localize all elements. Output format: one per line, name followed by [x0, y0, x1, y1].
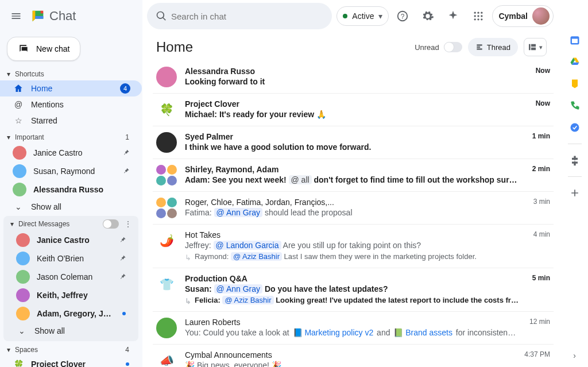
sidebar-item-label: Janice Castro — [33, 147, 115, 159]
section-direct-messages: ▾ Direct Messages ⋮ Janice CastroKeith O… — [3, 216, 138, 341]
svg-point-6 — [478, 15, 479, 17]
new-chat-button[interactable]: New chat — [7, 37, 80, 61]
conversation-row[interactable]: Syed PalmerI think we have a good soluti… — [153, 126, 554, 159]
svg-point-7 — [481, 15, 483, 17]
reply-arrow-icon: ↳ — [185, 253, 191, 262]
addons-icon[interactable] — [569, 154, 581, 166]
apps-grid-icon[interactable] — [467, 5, 490, 28]
conversation-time: 4:37 PM — [520, 350, 550, 367]
sidebar-item[interactable]: Alessandra Russo — [0, 180, 142, 199]
conversation-avatar — [156, 67, 177, 87]
important-show-all[interactable]: ⌄ Show all — [0, 199, 142, 215]
conversation-preview: Susan: @ Ann Gray Do you have the latest… — [185, 284, 520, 293]
conversation-row[interactable]: Shirley, Raymond, AdamAdam: See you next… — [153, 159, 554, 192]
section-spaces-header[interactable]: ▾ Spaces 4 — [0, 342, 142, 356]
mention: @ Aziz Bashir — [222, 296, 273, 304]
sidebar-item[interactable]: 🍀Project Clover — [0, 356, 142, 367]
thread-filter[interactable]: Thread — [468, 38, 518, 56]
conversation-row[interactable]: 🌶️Hot TakesJeffrey: @ Landon Garcia Are … — [153, 225, 554, 268]
pin-icon — [122, 167, 136, 175]
sidebar-item[interactable]: Janice Castro — [3, 231, 138, 249]
nav-mentions[interactable]: @ Mentions — [0, 96, 142, 113]
file-chip[interactable]: 📘 Marketing policy v2 — [292, 328, 375, 337]
collapse-rail-icon[interactable]: › — [573, 351, 576, 367]
svg-text:?: ? — [401, 13, 405, 21]
conversation-body: Lauren RobertsYou: Could you take a look… — [185, 318, 517, 338]
unread-dot-icon — [122, 312, 126, 315]
unread-toggle[interactable]: Unread — [415, 42, 462, 52]
search-box[interactable] — [147, 3, 332, 29]
calendar-icon[interactable] — [569, 34, 581, 46]
svg-point-5 — [474, 15, 476, 17]
conversation-avatar — [156, 318, 177, 338]
sidebar-item-label: Keith, Jeffrey — [37, 289, 133, 301]
conversation-time: 12 min — [525, 318, 550, 338]
menu-icon[interactable] — [5, 5, 28, 28]
star-icon: ☆ — [13, 115, 24, 126]
sidebar-header: Chat — [0, 0, 142, 32]
sidebar-item[interactable]: Janice Castro — [0, 144, 142, 162]
svg-point-13 — [570, 123, 579, 132]
section-dm-header[interactable]: ▾ Direct Messages ⋮ — [3, 216, 138, 231]
conversation-body: Cymbal Announcements🎉 Big news, everyone… — [185, 350, 512, 367]
conversation-avatar: 🌶️ — [156, 230, 177, 251]
sidebar-item-label: Jason Coleman — [37, 271, 112, 283]
dm-toggle[interactable] — [103, 219, 119, 229]
view-options[interactable]: ▾ — [524, 38, 547, 56]
separator — [568, 144, 582, 144]
mention: @ Landon Garcia — [214, 241, 281, 250]
conversation-preview: Michael: It's ready for your review 🙏 — [185, 110, 523, 119]
plus-icon[interactable] — [569, 187, 581, 199]
chevron-down-icon: ▾ — [378, 11, 382, 21]
sidebar-item[interactable]: Keith O'Brien — [3, 249, 138, 268]
sidebar-item[interactable]: Susan, Raymond — [0, 162, 142, 180]
conversation-row[interactable]: 🍀Project CloverMichael: It's ready for y… — [153, 94, 554, 126]
tasks-icon[interactable] — [569, 122, 581, 133]
settings-icon[interactable] — [416, 5, 439, 28]
nav-home[interactable]: Home 4 — [0, 80, 142, 96]
panel-header: Home Unread Thread ▾ — [142, 32, 560, 61]
caret-down-icon: ▾ — [6, 134, 11, 140]
conversation-row[interactable]: Alessandra RussoLooking forward to itNow — [153, 61, 554, 94]
conversation-row[interactable]: 👕Production Q&ASusan: @ Ann Gray Do you … — [153, 268, 554, 312]
more-icon[interactable]: ⋮ — [122, 220, 134, 228]
main-panel: Active ▾ ? Cymbal Home Unread — [142, 0, 560, 367]
conversation-body: Hot TakesJeffrey: @ Landon Garcia Are yo… — [185, 230, 521, 262]
sparkle-icon[interactable] — [442, 5, 465, 28]
conversation-row[interactable]: Roger, Chloe, Fatima, Jordan, Françios,.… — [153, 192, 554, 225]
dm-show-all[interactable]: ⌄ Show all — [3, 323, 138, 339]
keep-icon[interactable] — [569, 78, 581, 90]
conversation-title: Roger, Chloe, Fatima, Jordan, Françios,.… — [185, 198, 521, 207]
voice-icon[interactable] — [569, 100, 581, 111]
help-icon[interactable]: ? — [391, 5, 414, 28]
file-chip[interactable]: 📗 Brand assets — [392, 328, 454, 337]
reply-arrow-icon: ↳ — [185, 297, 191, 306]
sidebar-item[interactable]: Adam, Gregory, Joseph, Jani... — [3, 304, 138, 323]
conversation-title: Syed Palmer — [185, 132, 520, 141]
drive-icon[interactable] — [569, 56, 581, 68]
sidebar-item[interactable]: Jason Coleman — [3, 268, 138, 286]
conversation-preview: Looking forward to it — [185, 77, 523, 86]
sidebar-item[interactable]: Keith, Jeffrey — [3, 286, 138, 304]
space-emoji-icon: 🍀 — [13, 358, 24, 367]
conversation-body: Project CloverMichael: It's ready for yo… — [185, 99, 523, 120]
section-important-header[interactable]: ▾ Important 1 — [0, 130, 142, 144]
status-dropdown[interactable]: Active ▾ — [336, 6, 389, 26]
conversation-row[interactable]: Lauren RobertsYou: Could you take a look… — [153, 312, 554, 345]
conversation-row[interactable]: 📣Cymbal Announcements🎉 Big news, everyon… — [153, 345, 554, 367]
caret-down-icon: ▾ — [6, 347, 11, 353]
chevron-down-icon: ⌄ — [16, 325, 28, 337]
account-switcher[interactable]: Cymbal — [492, 5, 554, 27]
conversation-time: Now — [531, 67, 550, 87]
nav-starred[interactable]: ☆ Starred — [0, 113, 142, 129]
section-shortcuts-header[interactable]: ▾ Shortcuts — [0, 67, 142, 80]
conversation-preview: Adam: See you next week! @ all don't for… — [185, 175, 520, 184]
conversation-preview: Jeffrey: @ Landon Garcia Are you still u… — [185, 241, 521, 250]
side-rail: › — [560, 0, 588, 367]
search-input[interactable] — [171, 11, 327, 21]
chevron-down-icon: ⌄ — [13, 201, 24, 213]
separator — [568, 176, 582, 177]
svg-point-2 — [474, 12, 476, 14]
conversation-preview: You: Could you take a look at 📘 Marketin… — [185, 328, 517, 337]
app-logo[interactable]: Chat — [30, 8, 76, 24]
